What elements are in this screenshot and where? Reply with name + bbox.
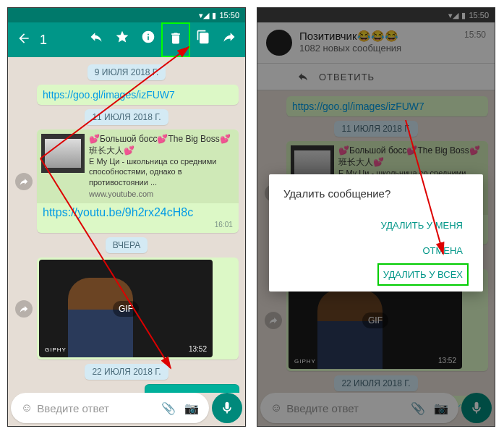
youtube-desc: Е Му Ци - школьница со средними способно… [89, 156, 234, 187]
message-youtube[interactable]: 💕Большой босс💕The Big Boss💕班长大人💕 Е Му Ци… [37, 129, 239, 233]
dialog-title: Удалить сообщение? [283, 187, 469, 200]
camera-icon[interactable]: 📷 [180, 401, 203, 415]
delete-for-all-button[interactable]: УДАЛИТЬ У ВСЕХ [377, 263, 469, 286]
date-chip: ВЧЕРА [106, 237, 148, 253]
selection-count: 1 [40, 33, 83, 48]
mic-button[interactable] [212, 393, 242, 423]
selection-action-bar: 1 [8, 22, 245, 57]
copy-icon[interactable] [190, 22, 216, 57]
phone-left: ▾◢ ▮ 15:50 1 9 ИЮЛЯ 2018 Г. https://goo.… [7, 7, 246, 427]
youtube-url[interactable]: https://youtu.be/9h2rx24cH8c [43, 206, 193, 218]
attach-icon[interactable]: 📎 [157, 401, 180, 415]
message[interactable]: https://goo.gl/images/izFUW7 [37, 85, 239, 105]
status-bar: ▾◢ ▮ 15:50 [8, 8, 245, 22]
date-chip: 22 ИЮЛЯ 2018 Г. [85, 364, 168, 380]
date-chip: 11 ИЮЛЯ 2018 Г. [85, 109, 168, 125]
gif-image[interactable]: GIF GIPHY 13:52 [39, 260, 213, 357]
battery-icon: ▮ [212, 11, 216, 20]
share-icon[interactable] [15, 300, 33, 318]
star-icon[interactable] [109, 22, 135, 57]
forward-icon[interactable] [216, 22, 242, 57]
message-gif[interactable]: GIF GIPHY 13:52 [37, 258, 239, 359]
gif-badge: GIF [113, 301, 139, 317]
wifi-icon: ▾◢ [199, 11, 209, 20]
message-input[interactable]: ☺ Введите ответ 📎 📷 [11, 393, 209, 423]
cancel-button[interactable]: ОТМЕНА [283, 238, 469, 263]
phone-right: ▾◢ ▮ 15:50 Позитивчик😂😂😂 1082 новых сооб… [257, 7, 495, 427]
info-icon[interactable] [135, 22, 161, 57]
giphy-label: GIPHY [45, 346, 67, 353]
input-placeholder: Введите ответ [37, 402, 157, 414]
input-bar: ☺ Введите ответ 📎 📷 [11, 393, 242, 423]
youtube-title: 💕Большой босс💕The Big Boss💕班长大人💕 [89, 134, 234, 156]
delete-icon[interactable] [161, 22, 190, 57]
youtube-site: www.youtube.com [89, 189, 234, 199]
emoji-icon[interactable]: ☺ [17, 401, 37, 414]
delete-for-me-button[interactable]: УДАЛИТЬ У МЕНЯ [283, 213, 469, 238]
share-icon[interactable] [15, 173, 33, 190]
msg-time: 16:01 [43, 221, 233, 229]
youtube-thumb [41, 134, 85, 173]
msg-time: 13:52 [189, 345, 207, 353]
action-icons [83, 22, 242, 57]
back-icon[interactable] [11, 25, 37, 54]
link-text[interactable]: https://goo.gl/images/izFUW7 [43, 89, 175, 101]
chat-area: 9 ИЮЛЯ 2018 Г. https://goo.gl/images/izF… [8, 57, 245, 393]
status-time: 15:50 [219, 11, 239, 20]
delete-dialog: Удалить сообщение? УДАЛИТЬ У МЕНЯ ОТМЕНА… [269, 174, 483, 292]
date-chip: 9 ИЮЛЯ 2018 Г. [87, 64, 166, 80]
reply-icon[interactable] [83, 22, 109, 57]
message-selected[interactable]: привет 15:50 ✓✓ [145, 384, 239, 393]
